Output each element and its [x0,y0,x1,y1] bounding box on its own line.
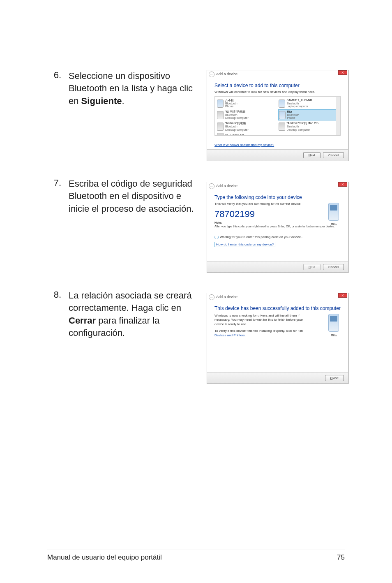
dialog-heading: Type the following code into your device [214,194,341,200]
desktop-icon [279,123,285,131]
dialog-title-small: Add a device [216,295,238,299]
device-item[interactable]: "Andrew Yeh"的 Mac ProBluetoothDesktop co… [278,121,339,132]
dialog-subline: This will verify that you are connecting… [214,202,341,206]
phone-icon [279,111,286,119]
cancel-button[interactable]: Cancel [323,152,344,158]
device-item[interactable]: "蘇 明清"的電腦BluetoothDesktop computer [217,109,277,120]
laptop-icon [279,99,285,108]
phone-icon [217,99,224,108]
scrollbar[interactable] [336,97,340,135]
success-para1: Windows is now checking for drivers and … [214,314,313,326]
desktop-icon [217,123,224,131]
step-text: Escriba el código de seguridad Bluetooth… [69,178,196,215]
success-para2: To verify if this device finished instal… [214,329,313,338]
add-device-dialog-success: X ← Add a device This device has been su… [207,293,348,384]
device-item-selected[interactable]: RitaBluetoothPhone [278,109,339,120]
waiting-text: Waiting for you to enter this pairing co… [220,235,304,239]
footer-title: Manual de usuario del equipo portátil [47,553,162,562]
laptop-icon [217,133,224,136]
phone-icon [328,203,339,221]
cancel-button[interactable]: Cancel [323,264,344,270]
device-list: 八不拉BluetoothPhone SAM1017_KUO-NBBluetoot… [214,96,341,136]
dialog-title-small: Add a device [216,184,238,188]
device-item[interactable]: 八不拉BluetoothPhone [217,98,277,109]
dialog-heading: Select a device to add to this computer [214,83,341,88]
step-number: 8. [47,289,61,300]
back-icon[interactable]: ← [209,72,214,77]
device-item[interactable]: YL_HSIEH-NBBluetooth [217,132,277,136]
pairing-code: 78702199 [214,209,341,220]
dialog-heading: This device has been successfully added … [214,305,341,311]
step-number: 6. [47,70,61,81]
back-icon[interactable]: ← [209,183,214,189]
device-name-label: Rita [327,333,340,337]
step-number: 7. [47,178,61,188]
close-button[interactable]: Close [325,375,344,381]
phone-icon [328,314,339,332]
note-label: Note: [214,221,222,224]
dialog-title-small: Add a device [216,72,238,76]
desktop-icon [217,111,224,119]
device-name-label: Rita [327,222,340,226]
device-item[interactable]: "barbara"的電腦BluetoothDesktop computer [217,121,277,132]
back-icon[interactable]: ← [209,294,214,300]
spinner-icon [214,235,219,239]
devices-printers-link[interactable]: Devices and Printers [214,333,245,337]
add-device-dialog-code: X ← Add a device Type the following code… [207,182,348,273]
step-text: Seleccione un dispositivo Bluetooth en l… [69,70,196,107]
help-link[interactable]: What if Windows doesn't find my device? [214,143,274,147]
next-button[interactable]: Next [303,152,321,158]
device-item[interactable]: SAM1017_KUO-NBBluetoothLaptop computer [278,98,339,109]
step-text: La relación asociada se creará correctam… [69,289,196,339]
note-text: After you type this code, you might need… [214,225,341,228]
help-link[interactable]: How do I enter this code on my device? [214,242,275,247]
next-button: Next [303,264,321,270]
dialog-subline: Windows will continue to look for new de… [214,90,341,94]
add-device-dialog-select: X ← Add a device Select a device to add … [207,70,348,161]
page-number: 75 [337,553,345,562]
